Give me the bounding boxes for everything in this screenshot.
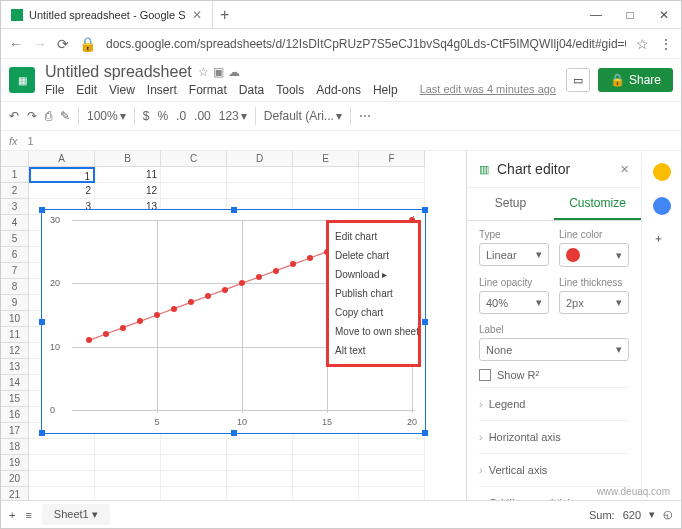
resize-handle[interactable]	[39, 319, 45, 325]
row-header[interactable]: 11	[1, 327, 29, 343]
cell[interactable]	[161, 471, 227, 487]
row-header[interactable]: 7	[1, 263, 29, 279]
cell[interactable]	[227, 183, 293, 199]
new-tab-button[interactable]: +	[213, 6, 237, 24]
section-legend[interactable]: ›Legend	[479, 387, 629, 420]
sheet-tab[interactable]: Sheet1 ▾	[42, 504, 110, 525]
dec-decrease[interactable]: .0	[176, 109, 186, 123]
cell[interactable]	[359, 455, 425, 471]
cell[interactable]	[161, 455, 227, 471]
row-header[interactable]: 17	[1, 423, 29, 439]
menu-edit[interactable]: Edit	[76, 83, 97, 97]
cell[interactable]	[293, 167, 359, 183]
dec-increase[interactable]: .00	[194, 109, 211, 123]
resize-handle[interactable]	[422, 207, 428, 213]
cell[interactable]	[95, 487, 161, 500]
menu-tools[interactable]: Tools	[276, 83, 304, 97]
star-icon[interactable]: ☆	[636, 36, 649, 52]
cell[interactable]	[95, 471, 161, 487]
col-header[interactable]: E	[293, 151, 359, 167]
number-format[interactable]: 123▾	[219, 109, 247, 123]
ctx-publish-chart[interactable]: Publish chart	[329, 284, 418, 303]
share-button[interactable]: 🔒 Share	[598, 68, 673, 92]
cell[interactable]: 2	[29, 183, 95, 199]
resize-handle[interactable]	[422, 319, 428, 325]
ctx-copy-chart[interactable]: Copy chart	[329, 303, 418, 322]
cell[interactable]	[227, 471, 293, 487]
cell[interactable]: 11	[95, 167, 161, 183]
row-header[interactable]: 15	[1, 391, 29, 407]
data-point[interactable]	[290, 261, 296, 267]
paint-icon[interactable]: ✎	[60, 109, 70, 123]
tasks-icon[interactable]	[653, 197, 671, 215]
formula-bar[interactable]: fx 1	[1, 131, 681, 151]
cell[interactable]	[29, 471, 95, 487]
resize-handle[interactable]	[39, 207, 45, 213]
cell[interactable]	[29, 455, 95, 471]
cell[interactable]	[359, 439, 425, 455]
doc-title[interactable]: Untitled spreadsheet	[45, 63, 192, 81]
row-header[interactable]: 4	[1, 215, 29, 231]
ctx-move-to-own-sheet[interactable]: Move to own sheet	[329, 322, 418, 341]
close-editor-icon[interactable]: ✕	[620, 163, 629, 176]
data-point[interactable]	[137, 318, 143, 324]
opacity-select[interactable]: 40%▾	[479, 291, 549, 314]
cell[interactable]	[29, 439, 95, 455]
resize-handle[interactable]	[422, 430, 428, 436]
row-header[interactable]: 3	[1, 199, 29, 215]
data-point[interactable]	[222, 287, 228, 293]
window-close[interactable]: ✕	[647, 8, 681, 22]
cell[interactable]	[293, 439, 359, 455]
trendline-type-select[interactable]: Linear▾	[479, 243, 549, 266]
thickness-select[interactable]: 2px▾	[559, 291, 629, 314]
row-header[interactable]: 1	[1, 167, 29, 183]
resize-handle[interactable]	[231, 430, 237, 436]
col-header[interactable]: B	[95, 151, 161, 167]
window-minimize[interactable]: —	[579, 8, 613, 22]
cell[interactable]	[359, 183, 425, 199]
add-sheet-button[interactable]: +	[9, 509, 15, 521]
cell[interactable]: 12	[95, 183, 161, 199]
currency-button[interactable]: $	[143, 109, 150, 123]
data-point[interactable]	[103, 331, 109, 337]
row-header[interactable]: 19	[1, 455, 29, 471]
menu-data[interactable]: Data	[239, 83, 264, 97]
keep-icon[interactable]	[653, 163, 671, 181]
row-header[interactable]: 9	[1, 295, 29, 311]
ctx-alt-text[interactable]: Alt text	[329, 341, 418, 360]
cell[interactable]	[29, 487, 95, 500]
url-field[interactable]: docs.google.com/spreadsheets/d/12IsDItCp…	[106, 37, 626, 51]
row-header[interactable]: 21	[1, 487, 29, 500]
cell[interactable]	[293, 471, 359, 487]
embedded-chart[interactable]: ⋮ 01020305101520 Edit chartDelete chartD…	[41, 209, 426, 434]
menu-insert[interactable]: Insert	[147, 83, 177, 97]
section-horizontal-axis[interactable]: ›Horizontal axis	[479, 420, 629, 453]
window-maximize[interactable]: □	[613, 8, 647, 22]
row-header[interactable]: 6	[1, 247, 29, 263]
cell[interactable]	[359, 167, 425, 183]
data-point[interactable]	[188, 299, 194, 305]
menu-icon[interactable]: ⋮	[659, 36, 673, 52]
ctx-edit-chart[interactable]: Edit chart	[329, 227, 418, 246]
menu-add-ons[interactable]: Add-ons	[316, 83, 361, 97]
section-vertical-axis[interactable]: ›Vertical axis	[479, 453, 629, 486]
ctx-download[interactable]: Download ▸	[329, 265, 418, 284]
row-header[interactable]: 13	[1, 359, 29, 375]
data-point[interactable]	[205, 293, 211, 299]
all-sheets-button[interactable]: ≡	[25, 509, 31, 521]
cell[interactable]	[227, 439, 293, 455]
font-select[interactable]: Default (Ari... ▾	[264, 109, 342, 123]
menu-help[interactable]: Help	[373, 83, 398, 97]
move-icon[interactable]: ▣	[213, 65, 224, 79]
sheets-logo[interactable]: ▦	[9, 67, 35, 93]
col-header[interactable]: C	[161, 151, 227, 167]
resize-handle[interactable]	[39, 430, 45, 436]
back-icon[interactable]: ←	[9, 36, 23, 52]
add-addon-icon[interactable]: ＋	[653, 231, 671, 249]
data-point[interactable]	[307, 255, 313, 261]
star-doc-icon[interactable]: ☆	[198, 65, 209, 79]
row-header[interactable]: 2	[1, 183, 29, 199]
data-point[interactable]	[120, 325, 126, 331]
cell[interactable]	[227, 487, 293, 500]
menu-view[interactable]: View	[109, 83, 135, 97]
